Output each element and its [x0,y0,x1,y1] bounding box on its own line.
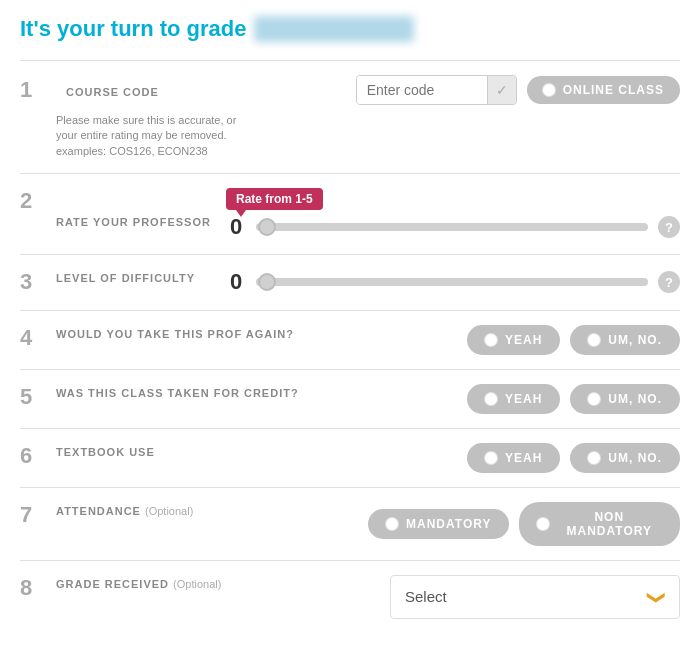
rate-help-icon[interactable]: ? [658,216,680,238]
section-label-8: GRADE RECEIVED (Optional) [56,575,368,590]
section-number-6: 6 [20,443,48,469]
section-number-1: 1 [20,77,48,103]
check-icon: ✓ [496,82,508,98]
header-title: It's your turn to grade [20,16,246,42]
class-credit-section: 5 WAS THIS CLASS TAKEN FOR CREDIT? YEAH … [20,369,680,428]
difficulty-value: 0 [226,269,246,295]
course-code-input[interactable] [357,76,487,104]
rate-slider-row: 0 ? [226,214,680,240]
section-number-5: 5 [20,384,48,410]
class-credit-no-button[interactable]: UM, NO. [570,384,680,414]
attendance-content: MANDATORY NON MANDATORY [368,502,680,546]
section-label-3: LEVEL OF DIFFICULTY [56,269,226,284]
rate-value: 0 [226,214,246,240]
class-credit-no-label: UM, NO. [608,392,662,406]
page-header: It's your turn to grade [20,16,680,42]
class-credit-yeah-button[interactable]: YEAH [467,384,560,414]
section-label-1: COURSE CODE [66,83,236,98]
take-again-no-label: UM, NO. [608,333,662,347]
textbook-yeah-button[interactable]: YEAH [467,443,560,473]
textbook-yeah-radio [485,452,497,464]
grade-received-section: 8 GRADE RECEIVED (Optional) Select ❯ [20,560,680,633]
section-label-6: TEXTBOOK USE [56,443,368,458]
attendance-non-mandatory-label: NON MANDATORY [557,510,662,538]
attendance-non-mandatory-radio [537,518,548,530]
code-input-wrapper: ✓ [356,75,517,105]
course-warning-text: Please make sure this is accurate, or yo… [56,113,236,159]
code-input-check-icon: ✓ [487,76,516,104]
grade-received-content: Select ❯ [368,575,680,619]
section-number-2: 2 [20,188,48,214]
take-again-yeah-label: YEAH [505,333,542,347]
textbook-no-button[interactable]: UM, NO. [570,443,680,473]
section-label-4: WOULD YOU TAKE THIS PROF AGAIN? [56,325,368,340]
attendance-section: 7 ATTENDANCE (Optional) MANDATORY NON MA… [20,487,680,560]
section-number-3: 3 [20,269,48,295]
take-again-yeah-radio [485,334,497,346]
section-label-2: RATE YOUR PROFESSOR [56,188,226,228]
online-class-button[interactable]: ONLINE CLASS [527,76,680,104]
section-number-7: 7 [20,502,48,528]
grade-select-wrapper[interactable]: Select ❯ [390,575,680,619]
take-again-section: 4 WOULD YOU TAKE THIS PROF AGAIN? YEAH U… [20,310,680,369]
textbook-no-radio [588,452,600,464]
page-wrapper: It's your turn to grade 1 COURSE CODE ✓ … [0,0,700,653]
rate-slider-thumb[interactable] [258,218,276,236]
class-credit-no-radio [588,393,600,405]
textbook-section: 6 TEXTBOOK USE YEAH UM, NO. [20,428,680,487]
class-credit-yeah-label: YEAH [505,392,542,406]
course-code-section: 1 COURSE CODE ✓ ONLINE CLASS Please make… [20,60,680,173]
take-again-content: YEAH UM, NO. [368,325,680,355]
difficulty-slider-track[interactable] [256,278,648,286]
section-label-5: WAS THIS CLASS TAKEN FOR CREDIT? [56,384,368,399]
section-number-8: 8 [20,575,48,601]
class-credit-content: YEAH UM, NO. [368,384,680,414]
grade-select-arrow-icon: ❯ [636,575,678,619]
difficulty-slider-thumb[interactable] [258,273,276,291]
class-credit-yeah-radio [485,393,497,405]
rate-professor-content: Rate from 1-5 0 ? [226,188,680,240]
rate-slider-track[interactable] [256,223,648,231]
course-code-row: 1 COURSE CODE ✓ ONLINE CLASS [20,75,680,105]
take-again-no-radio [588,334,600,346]
online-class-label: ONLINE CLASS [563,83,664,97]
attendance-mandatory-button[interactable]: MANDATORY [368,509,509,539]
difficulty-content: 0 ? [226,269,680,295]
textbook-content: YEAH UM, NO. [368,443,680,473]
textbook-no-label: UM, NO. [608,451,662,465]
online-class-radio [543,84,555,96]
course-code-inputs: ✓ ONLINE CLASS [246,75,680,105]
rate-tooltip: Rate from 1-5 [226,188,323,210]
textbook-yeah-label: YEAH [505,451,542,465]
difficulty-help-icon[interactable]: ? [658,271,680,293]
grade-select-text: Select [391,578,635,615]
section-number-4: 4 [20,325,48,351]
attendance-mandatory-radio [386,518,398,530]
difficulty-slider-row: 0 ? [226,269,680,295]
rate-professor-section: 2 RATE YOUR PROFESSOR Rate from 1-5 0 ? [20,173,680,254]
professor-name-blurred [254,16,414,42]
difficulty-section: 3 LEVEL OF DIFFICULTY 0 ? [20,254,680,309]
take-again-yeah-button[interactable]: YEAH [467,325,560,355]
attendance-mandatory-label: MANDATORY [406,517,491,531]
attendance-non-mandatory-button[interactable]: NON MANDATORY [519,502,680,546]
section-label-7: ATTENDANCE (Optional) [56,502,368,517]
take-again-no-button[interactable]: UM, NO. [570,325,680,355]
